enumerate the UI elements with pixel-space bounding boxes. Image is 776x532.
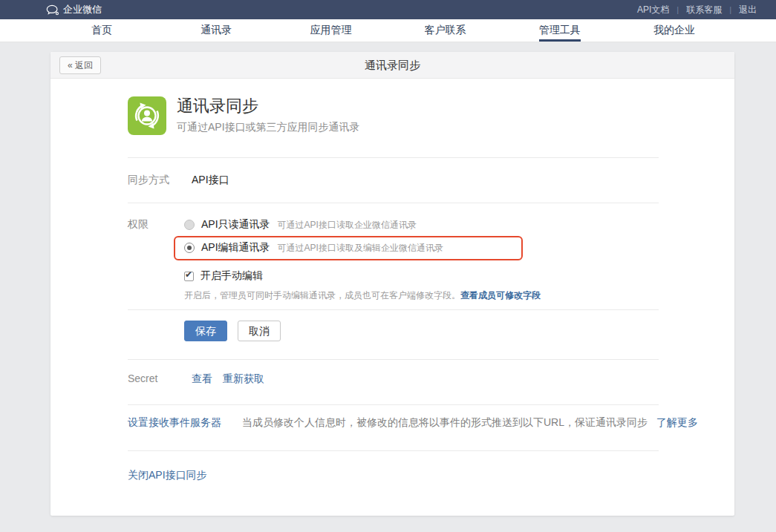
topbar: 企业微信 API文档 | 联系客服 | 退出: [0, 0, 776, 19]
permission-label: 权限: [128, 218, 184, 302]
secret-refresh-link[interactable]: 重新获取: [223, 372, 264, 386]
chat-bubble-icon: [46, 4, 59, 16]
nav-tab-contacts[interactable]: 通讯录: [159, 19, 273, 42]
permission-option-readonly[interactable]: API只读通讯录 可通过API接口读取企业微信通讯录: [184, 218, 690, 231]
radio-unselected-icon[interactable]: [184, 220, 195, 230]
checkbox-checked-icon[interactable]: ✔: [184, 272, 194, 281]
nav-tab-app-management[interactable]: 应用管理: [273, 19, 388, 42]
app-logo-text: 企业微信: [63, 3, 102, 16]
radio-selected-icon[interactable]: [184, 243, 195, 253]
learn-more-link[interactable]: 了解更多: [656, 416, 698, 430]
close-api-sync-link[interactable]: 关闭API接口同步: [128, 469, 207, 481]
secret-view-link[interactable]: 查看: [192, 372, 212, 386]
annotation-highlight-box: API编辑通讯录 可通过API接口读取及编辑企业微信通讯录: [174, 236, 523, 260]
save-button[interactable]: 保存: [184, 321, 227, 341]
action-buttons: 保存 取消: [50, 310, 734, 359]
app-subtitle: 可通过API接口或第三方应用同步通讯录: [177, 121, 360, 134]
close-api-sync-row: 关闭API接口同步: [50, 451, 734, 482]
page-title: 通讯录同步: [365, 59, 420, 71]
secret-label: Secret: [128, 372, 184, 384]
nav-tab-customer-contact[interactable]: 客户联系: [388, 19, 503, 42]
main-nav: 首页 通讯录 应用管理 客户联系 管理工具 我的企业: [0, 19, 776, 42]
nav-tab-home[interactable]: 首页: [45, 19, 159, 42]
back-button[interactable]: « 返回: [59, 56, 101, 74]
app-title: 通讯录同步: [177, 96, 360, 116]
callback-server-description: 当成员修改个人信息时，被修改的信息将以事件的形式推送到以下URL，保证通讯录同步: [242, 416, 648, 430]
permission-option-title: API只读通讯录: [201, 218, 270, 231]
contacts-sync-card: « 返回 通讯录同步 通讯录同步 可通过API接口或第三方应用同步通讯录: [50, 52, 734, 516]
app-logo: 企业微信: [46, 3, 102, 16]
app-header: 通讯录同步 可通过API接口或第三方应用同步通讯录: [50, 79, 734, 157]
permission-option-edit[interactable]: API编辑通讯录 可通过API接口读取及编辑企业微信通讯录: [184, 241, 512, 254]
cancel-button[interactable]: 取消: [238, 321, 281, 341]
permission-option-title: API编辑通讯录: [201, 241, 270, 254]
sync-method-value: API接口: [192, 174, 229, 187]
permission-option-desc: 可通过API接口读取企业微信通讯录: [278, 219, 417, 231]
nav-tab-admin-tools[interactable]: 管理工具: [503, 19, 617, 42]
topbar-link-contact-support[interactable]: 联系客服: [679, 4, 729, 16]
permission-option-desc: 可通过API接口读取及编辑企业微信通讯录: [278, 242, 443, 254]
manual-edit-toggle[interactable]: ✔ 开启手动编辑: [184, 269, 690, 283]
manual-edit-desc-text: 开启后，管理员可同时手动编辑通讯录，成员也可在客户端修改字段。: [184, 290, 460, 301]
set-callback-server-link[interactable]: 设置接收事件服务器: [128, 416, 221, 430]
view-editable-fields-link[interactable]: 查看成员可修改字段: [460, 290, 541, 301]
page-background: « 返回 通讯录同步 通讯录同步 可通过API接口或第三方应用同步通讯录: [0, 42, 776, 516]
nav-tab-my-company[interactable]: 我的企业: [617, 19, 731, 42]
secret-row: Secret 查看 重新获取: [50, 360, 734, 404]
sync-method-label: 同步方式: [128, 174, 184, 187]
topbar-link-api-docs[interactable]: API文档: [630, 4, 676, 16]
contacts-sync-icon: [128, 96, 166, 135]
manual-edit-description: 开启后，管理员可同时手动编辑通讯录，成员也可在客户端修改字段。查看成员可修改字段: [184, 289, 690, 302]
topbar-link-logout[interactable]: 退出: [731, 4, 764, 16]
permission-section: 权限 API只读通讯录 可通过API接口读取企业微信通讯录 API编辑通讯录 可…: [50, 203, 734, 309]
callback-server-row: 设置接收事件服务器 当成员修改个人信息时，被修改的信息将以事件的形式推送到以下U…: [50, 405, 734, 450]
manual-edit-label: 开启手动编辑: [200, 269, 263, 283]
card-header: « 返回 通讯录同步: [50, 52, 734, 79]
sync-method-row: 同步方式 API接口: [50, 158, 734, 203]
topbar-links: API文档 | 联系客服 | 退出: [630, 4, 764, 16]
